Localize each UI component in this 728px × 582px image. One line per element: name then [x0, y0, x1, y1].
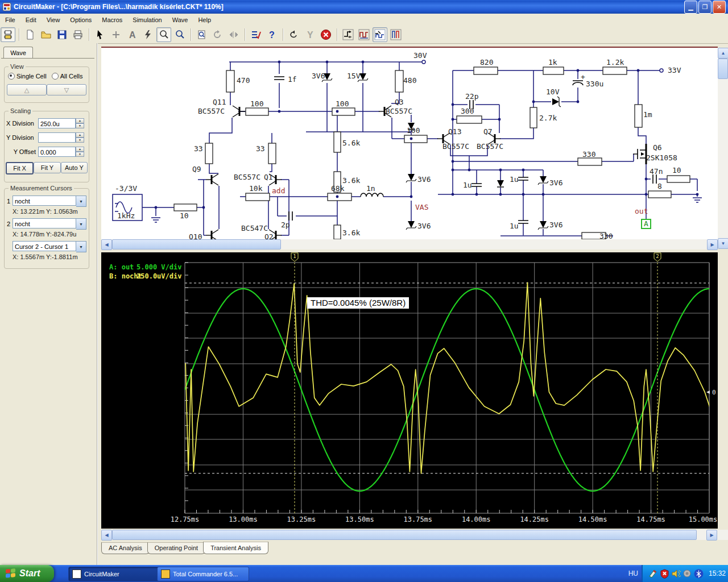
part-bin-button[interactable]: [1, 27, 15, 42]
security-shield-icon[interactable]: [660, 569, 669, 579]
restore-button[interactable]: ❐: [698, 1, 712, 14]
chevron-down-icon[interactable]: ▼: [76, 218, 86, 230]
schematic-vscrollbar[interactable]: ▲ ▼: [718, 48, 728, 249]
radio-all-cells[interactable]: All Cells: [52, 73, 83, 80]
cursor2-signal-combo[interactable]: nocht▼: [13, 218, 86, 230]
tab-wave[interactable]: Wave: [3, 47, 33, 59]
stop-simulation-button[interactable]: [318, 27, 333, 42]
scroll-up-icon[interactable]: ▲: [718, 48, 728, 59]
schematic-label: 8: [657, 182, 662, 190]
zoom-area-button[interactable]: [156, 27, 171, 42]
scroll-left-icon[interactable]: ◀: [101, 530, 112, 541]
delete-tool-button[interactable]: [140, 27, 155, 42]
menu-item-options[interactable]: Options: [65, 15, 97, 25]
cursor1-signal-combo[interactable]: nocht▼: [13, 196, 86, 207]
y-division-label: Y Division: [6, 134, 38, 141]
y-offset-spinner[interactable]: ▲▼: [76, 147, 84, 157]
device-icon[interactable]: [682, 569, 692, 579]
rotate-button[interactable]: [210, 27, 225, 42]
schematic-label: 3V6: [417, 175, 431, 184]
print-button[interactable]: [71, 27, 85, 42]
tab-operating-point[interactable]: Operating Point: [147, 542, 205, 554]
close-button[interactable]: ✕: [713, 1, 726, 14]
menu-item-wave[interactable]: Wave: [167, 15, 193, 25]
cell-down-button[interactable]: ▽: [47, 84, 86, 95]
schematic-label: 100: [336, 99, 349, 108]
new-document-button[interactable]: [23, 27, 38, 42]
y-offset-label: Y Offset: [6, 148, 38, 155]
start-button[interactable]: Start: [0, 565, 54, 582]
scroll-left-icon[interactable]: ◀: [101, 239, 112, 250]
zoom-area-icon: [159, 30, 169, 40]
bluetooth-icon[interactable]: [694, 569, 704, 579]
inductor-1n: [361, 193, 383, 197]
measurement-cursors-group: Measurement Cursors 1 nocht▼ X: 13.221m …: [4, 188, 89, 269]
schematic-canvas[interactable]: 30V4701f3V615V4808201k1.2k33V330u+10V22p…: [101, 48, 718, 239]
x-division-input[interactable]: 250.0u: [38, 118, 76, 128]
schematic-label: 33V: [668, 66, 681, 74]
open-button[interactable]: [39, 27, 53, 42]
text-tool-button[interactable]: A: [125, 27, 139, 42]
x-division-spinner[interactable]: ▲▼: [76, 118, 84, 128]
chevron-down-icon[interactable]: ▼: [76, 241, 86, 252]
fit-x-button[interactable]: Fit X: [6, 162, 34, 174]
y-division-spinner[interactable]: ▲▼: [76, 132, 84, 143]
volume-speaker-icon[interactable]: [671, 569, 681, 579]
menu-item-file[interactable]: File: [0, 15, 20, 25]
mirror-button[interactable]: [226, 27, 241, 42]
clock[interactable]: 15:32: [709, 569, 726, 577]
x-axis-label: 14.25ms: [520, 516, 549, 523]
utilities-button[interactable]: Y: [303, 27, 317, 42]
y-division-input[interactable]: [38, 132, 76, 143]
cursor-diff-combo[interactable]: Cursor 2 - Cursor 1▼: [13, 241, 86, 252]
edit-simulation-button[interactable]: [249, 27, 263, 42]
schematic-label: 330u: [586, 80, 603, 88]
schematic-label: 1f: [288, 75, 297, 84]
scroll-down-icon[interactable]: ▼: [718, 238, 728, 249]
taskbar-task-2[interactable]: Total Commander 6.5...: [157, 567, 249, 581]
schematic-label: 2.7k: [539, 114, 557, 122]
app-icon: [2, 2, 11, 11]
schematic-label: 100: [250, 99, 263, 108]
wave-hscrollbar[interactable]: ◀ ▶: [101, 530, 728, 540]
menu-item-help[interactable]: Help: [193, 15, 216, 25]
digital-waveforms-button[interactable]: [357, 27, 371, 42]
save-button[interactable]: [55, 27, 69, 42]
language-indicator[interactable]: HU: [628, 565, 638, 582]
ground-icon: [693, 198, 702, 202]
waveform-plot[interactable]: 1212.75ms13.00ms13.25ms13.50ms13.75ms14.…: [101, 252, 718, 529]
tab-ac-analysis[interactable]: AC Analysis: [101, 542, 150, 554]
view-group-label: View: [9, 63, 26, 70]
find-document-button[interactable]: [195, 27, 209, 42]
help-button[interactable]: ?: [264, 27, 279, 42]
tab-transient-analysis[interactable]: Transient Analysis: [203, 542, 268, 554]
radio-single-cell[interactable]: Single Cell: [8, 73, 47, 80]
menu-item-edit[interactable]: Edit: [20, 15, 42, 25]
reset-icon: [289, 30, 299, 40]
taskbar-task-1[interactable]: CircuitMaker: [68, 567, 160, 581]
y-offset-input[interactable]: 0.000: [38, 147, 76, 157]
auto-y-button[interactable]: Auto Y: [61, 162, 88, 173]
reset-button[interactable]: [287, 27, 301, 42]
analog-waveforms-button[interactable]: [373, 27, 387, 42]
scroll-right-icon[interactable]: ▶: [707, 239, 718, 250]
select-arrow-button[interactable]: [93, 27, 107, 42]
menu-item-view[interactable]: View: [42, 15, 65, 25]
menu-item-simulation[interactable]: Simulation: [127, 15, 167, 25]
schematic-hscrollbar[interactable]: ◀ ▶: [101, 239, 718, 250]
schematic-label: 47n: [650, 167, 663, 176]
probe-tool-button[interactable]: [341, 27, 355, 42]
chevron-down-icon[interactable]: ▼: [76, 196, 86, 207]
mixed-waveforms-button[interactable]: [388, 27, 403, 42]
cell-up-button[interactable]: △: [7, 84, 47, 95]
minimize-button[interactable]: ▁: [684, 1, 697, 14]
place-wire-button[interactable]: [109, 27, 123, 42]
pen-tablet-icon[interactable]: [648, 569, 658, 579]
grid-lines: [185, 263, 709, 513]
schematic-label: 1n: [366, 184, 375, 193]
scroll-right-icon[interactable]: ▶: [706, 530, 717, 541]
fit-y-button[interactable]: Fit Y: [34, 162, 60, 173]
menu-item-macros[interactable]: Macros: [97, 15, 127, 25]
schematic-label: 330: [582, 150, 595, 159]
zoom-button[interactable]: [172, 27, 187, 42]
